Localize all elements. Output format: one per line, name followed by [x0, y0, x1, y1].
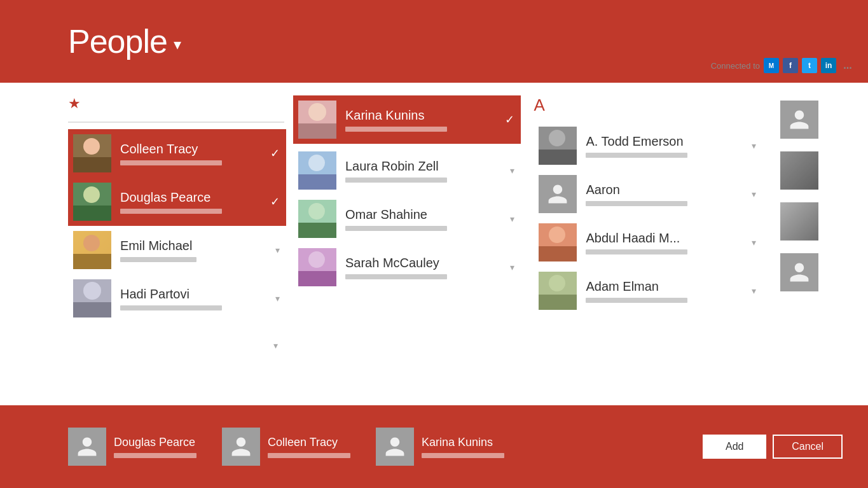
contact-name-karina: Karina Kunins: [345, 108, 500, 123]
contact-item-omar[interactable]: Omar Shahine ▾: [293, 195, 521, 243]
chevron-sarah[interactable]: ▾: [510, 262, 514, 272]
contact-item-laura[interactable]: Laura Robin Zell ▾: [293, 146, 521, 195]
contact-item-sarah[interactable]: Sarah McCauley ▾: [293, 243, 521, 291]
avatar-hadi: [73, 279, 111, 317]
header-chevron-icon[interactable]: ▾: [174, 36, 181, 53]
people-column: Karina Kunins ✓ Laura Robin Zell ▾: [286, 83, 528, 405]
contact-item-abdul[interactable]: Abdul Haadi M... ▾: [534, 218, 762, 267]
footer-name-colleen: Colleen Tracy: [268, 436, 350, 449]
add-button[interactable]: Add: [703, 435, 766, 459]
chevron-hadi[interactable]: ▾: [275, 293, 280, 303]
contact-item-colleen[interactable]: Colleen Tracy ✓: [68, 129, 286, 178]
cancel-button[interactable]: Cancel: [773, 435, 843, 459]
contact-info-sarah: Sarah McCauley: [345, 256, 506, 279]
checkmark-colleen: ✓: [270, 146, 280, 160]
avatar-omar: [298, 200, 336, 238]
contact-sub-laura: [345, 178, 447, 183]
chevron-aaron[interactable]: ▾: [752, 189, 756, 199]
chevron-omar[interactable]: ▾: [510, 214, 514, 224]
contact-info-aaron: Aaron: [586, 183, 746, 206]
section-letter-a: A: [534, 95, 762, 115]
person-silhouette-aaron: [546, 183, 569, 206]
footer-info-karina: Karina Kunins: [422, 436, 504, 458]
avatar-karina: [298, 101, 336, 139]
person-silhouette-ov4: [788, 261, 811, 284]
avatar-emil: [73, 231, 111, 269]
facebook-icon[interactable]: f: [783, 58, 798, 73]
contact-sub-abdul: [586, 249, 687, 254]
contact-item-ov3[interactable]: [775, 197, 862, 246]
app-header: People ▾ Connected to M f t in ...: [0, 0, 868, 83]
contact-item-ov1[interactable]: [775, 95, 862, 144]
footer-avatar-colleen: [222, 428, 260, 466]
twitter-icon[interactable]: t: [802, 58, 817, 73]
contact-sub-omar: [345, 226, 447, 231]
contact-item-hadi[interactable]: Hadi Partovi ▾: [68, 274, 286, 323]
contact-name-emil: Emil Michael: [120, 239, 270, 253]
chevron-abdul[interactable]: ▾: [752, 237, 756, 247]
footer-person-icon-karina: [383, 435, 406, 458]
contact-name-todd: A. Todd Emerson: [586, 134, 746, 149]
contact-info-adam: Adam Elman: [586, 279, 746, 303]
a-column: A A. Todd Emerson ▾ Aaron: [527, 83, 768, 405]
contact-item-todd[interactable]: A. Todd Emerson ▾: [534, 122, 762, 170]
contact-sub-karina: [345, 127, 447, 132]
person-silhouette-ov1: [788, 108, 811, 131]
chevron-laura[interactable]: ▾: [510, 165, 514, 176]
avatar-ov2: [780, 151, 818, 190]
chevron-adam[interactable]: ▾: [752, 286, 756, 296]
footer-avatar-karina: [376, 428, 414, 466]
app-title: People: [68, 22, 167, 60]
contact-item-aaron[interactable]: Aaron ▾: [534, 170, 762, 218]
contact-item-emil[interactable]: Emil Michael ▾: [68, 226, 286, 274]
contact-name-adam: Adam Elman: [586, 279, 746, 294]
favorites-column: ★ Colleen Tracy ✓ Douglas Pearce: [0, 83, 286, 405]
footer-contact-douglas: Douglas Pearce: [68, 428, 196, 466]
more-social-icon[interactable]: ...: [840, 58, 855, 73]
contact-info-hadi: Hadi Partovi: [120, 287, 270, 310]
contact-sub-aaron: [586, 201, 687, 206]
checkmark-karina: ✓: [505, 113, 514, 127]
contact-sub-todd: [586, 153, 687, 158]
linkedin-icon[interactable]: in: [821, 58, 836, 73]
contact-info-laura: Laura Robin Zell: [345, 159, 506, 183]
contact-name-hadi: Hadi Partovi: [120, 287, 270, 302]
avatar-abdul: [539, 223, 577, 261]
contact-name-abdul: Abdul Haadi M...: [586, 231, 746, 246]
avatar-aaron: [539, 175, 577, 213]
footer-person-icon-douglas: [76, 435, 99, 458]
contact-name-omar: Omar Shahine: [345, 207, 506, 222]
footer-info-colleen: Colleen Tracy: [268, 436, 350, 458]
contact-name-colleen: Colleen Tracy: [120, 142, 265, 157]
avatar-laura: [298, 151, 336, 190]
contact-info-colleen: Colleen Tracy: [120, 142, 265, 165]
chevron-douglas[interactable]: ▾: [273, 340, 278, 351]
avatar-colleen: [73, 134, 111, 172]
contact-sub-sarah: [345, 274, 447, 279]
avatar-adam: [539, 272, 577, 310]
contact-item-ov2[interactable]: [775, 146, 862, 195]
contact-info-karina: Karina Kunins: [345, 108, 500, 132]
connected-to-label: Connected to: [711, 61, 760, 71]
footer-info-douglas: Douglas Pearce: [114, 436, 196, 458]
contact-info-abdul: Abdul Haadi M...: [586, 231, 746, 254]
connected-to-section: Connected to M f t in ...: [711, 58, 855, 73]
contact-name-sarah: Sarah McCauley: [345, 256, 506, 270]
contact-item-adam[interactable]: Adam Elman ▾: [534, 267, 762, 315]
main-content: ★ Colleen Tracy ✓ Douglas Pearce: [0, 83, 868, 405]
contact-name-aaron: Aaron: [586, 183, 746, 197]
favorites-star-icon: ★: [68, 95, 286, 112]
footer-name-douglas: Douglas Pearce: [114, 436, 196, 449]
microsoft-icon[interactable]: M: [764, 58, 779, 73]
contact-info-todd: A. Todd Emerson: [586, 134, 746, 158]
chevron-emil[interactable]: ▾: [275, 245, 280, 255]
contact-item-douglas[interactable]: Douglas Pearce ✓: [68, 178, 286, 226]
contact-sub-adam: [586, 298, 687, 303]
chevron-todd[interactable]: ▾: [752, 141, 756, 151]
contact-item-ov4[interactable]: [775, 248, 862, 296]
avatar-ov4: [780, 253, 818, 291]
avatar-douglas: [73, 183, 111, 221]
contact-info-omar: Omar Shahine: [345, 207, 506, 231]
contact-item-karina[interactable]: Karina Kunins ✓: [293, 95, 521, 144]
footer-avatar-douglas: [68, 428, 106, 466]
